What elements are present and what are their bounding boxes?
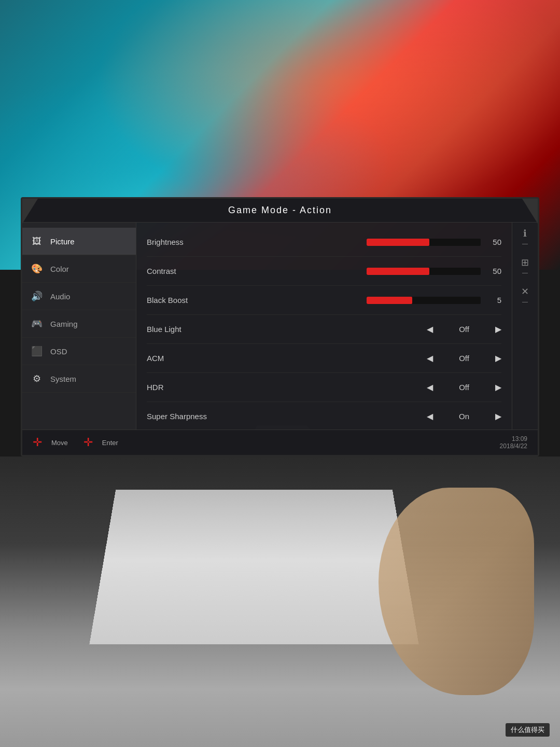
super-sharpness-right-arrow[interactable]: ▶ xyxy=(495,411,501,421)
sidebar-label-gaming: Gaming xyxy=(50,320,78,328)
info-icon-btn[interactable]: ℹ — xyxy=(522,228,528,246)
time-display: 13:09 xyxy=(500,435,527,442)
brightness-row: Brightness 50 xyxy=(147,228,501,257)
contrast-value: 50 xyxy=(486,267,501,275)
watermark-text: 什么值得买 xyxy=(511,726,544,734)
sidebar-label-osd: OSD xyxy=(50,347,67,356)
super-sharpness-toggle: ◀ On ▶ xyxy=(427,411,501,421)
blue-light-row: Blue Light ◀ Off ▶ xyxy=(147,315,501,344)
osd-titlebar: Game Mode - Action xyxy=(22,199,538,223)
black-boost-track[interactable] xyxy=(367,297,481,304)
black-boost-fill xyxy=(367,297,412,304)
hdr-row: HDR ◀ Off ▶ xyxy=(147,373,501,402)
blue-light-right-arrow[interactable]: ▶ xyxy=(495,324,501,334)
acm-right-arrow[interactable]: ▶ xyxy=(495,353,501,363)
menu-icon-btn[interactable]: ⊞ — xyxy=(521,257,529,275)
brightness-track[interactable] xyxy=(367,239,481,246)
contrast-fill xyxy=(367,268,429,275)
menu-dash: — xyxy=(522,269,528,275)
brightness-fill xyxy=(367,239,429,246)
color-icon: 🎨 xyxy=(31,262,43,275)
right-icons-panel: ℹ — ⊞ — ✕ — xyxy=(512,223,538,430)
super-sharpness-left-arrow[interactable]: ◀ xyxy=(427,411,433,421)
info-dash: — xyxy=(522,240,528,246)
black-boost-slider-container[interactable]: 5 xyxy=(219,296,501,305)
close-dash: — xyxy=(522,298,528,305)
move-control: Move xyxy=(33,436,68,449)
sidebar-item-color[interactable]: 🎨 Color xyxy=(22,255,136,283)
osd-title: Game Mode - Action xyxy=(228,205,332,215)
acm-value: Off xyxy=(449,354,480,363)
acm-left-arrow[interactable]: ◀ xyxy=(427,353,433,363)
super-sharpness-value: On xyxy=(449,412,480,421)
close-icon-btn[interactable]: ✕ — xyxy=(521,286,529,305)
hdr-control: ◀ Off ▶ xyxy=(219,382,501,392)
black-boost-value: 5 xyxy=(486,296,501,305)
sidebar-label-system: System xyxy=(50,375,76,383)
super-sharpness-row: Super Sharpness ◀ On ▶ xyxy=(147,402,501,430)
sidebar-label-color: Color xyxy=(50,265,69,273)
close-symbol: ✕ xyxy=(521,286,529,297)
sidebar-item-gaming[interactable]: 🎮 Gaming xyxy=(22,310,136,338)
hdr-label: HDR xyxy=(147,383,219,392)
datetime-display: 13:09 2018/4/22 xyxy=(500,435,527,450)
sidebar-label-audio: Audio xyxy=(50,292,70,301)
acm-row: ACM ◀ Off ▶ xyxy=(147,344,501,373)
brightness-slider-container[interactable]: 50 xyxy=(219,238,501,246)
contrast-control: 50 xyxy=(219,267,501,275)
contrast-row: Contrast 50 xyxy=(147,257,501,286)
sidebar-label-picture: Picture xyxy=(50,237,75,246)
hdr-value: Off xyxy=(449,383,480,392)
enter-control: Enter xyxy=(83,436,118,449)
menu-symbol: ⊞ xyxy=(521,257,529,268)
sidebar-item-audio[interactable]: 🔊 Audio xyxy=(22,283,136,310)
sidebar-item-osd[interactable]: ⬛ OSD xyxy=(22,338,136,365)
blue-light-toggle: ◀ Off ▶ xyxy=(427,324,501,334)
audio-icon: 🔊 xyxy=(31,290,43,302)
blue-light-left-arrow[interactable]: ◀ xyxy=(427,324,433,334)
brightness-control: 50 xyxy=(219,238,501,246)
hdr-right-arrow[interactable]: ▶ xyxy=(495,382,501,392)
black-boost-label: Black Boost xyxy=(147,296,219,305)
footer-controls: Move Enter xyxy=(33,436,118,449)
hdr-left-arrow[interactable]: ◀ xyxy=(427,382,433,392)
system-icon: ⚙ xyxy=(31,372,43,385)
hdr-toggle: ◀ Off ▶ xyxy=(427,382,501,392)
sidebar-item-system[interactable]: ⚙ System xyxy=(22,365,136,393)
date-display: 2018/4/22 xyxy=(500,442,527,450)
info-symbol: ℹ xyxy=(523,228,527,239)
blue-light-label: Blue Light xyxy=(147,325,219,334)
dpad-move-icon xyxy=(33,436,46,449)
osd-settings-content: Brightness 50 Contrast xyxy=(136,223,512,430)
super-sharpness-label: Super Sharpness xyxy=(147,412,219,421)
acm-toggle: ◀ Off ▶ xyxy=(427,353,501,363)
black-boost-row: Black Boost 5 xyxy=(147,286,501,315)
blue-light-control: ◀ Off ▶ xyxy=(219,324,501,334)
watermark: 什么值得买 xyxy=(506,723,550,737)
gaming-icon: 🎮 xyxy=(31,317,43,330)
blue-light-value: Off xyxy=(449,325,480,334)
contrast-track[interactable] xyxy=(367,268,481,275)
monitor-osd: Game Mode - Action 🖼 Picture 🎨 Color 🔊 A… xyxy=(21,197,539,457)
black-boost-control: 5 xyxy=(219,296,501,305)
picture-icon: 🖼 xyxy=(31,235,43,247)
sidebar-item-picture[interactable]: 🖼 Picture xyxy=(22,228,136,255)
enter-label: Enter xyxy=(102,439,118,447)
acm-label: ACM xyxy=(147,354,219,363)
brightness-label: Brightness xyxy=(147,238,219,246)
contrast-slider-container[interactable]: 50 xyxy=(219,267,501,275)
osd-body: 🖼 Picture 🎨 Color 🔊 Audio 🎮 Gaming ⬛ OSD xyxy=(22,223,538,430)
osd-footer: Move Enter 13:09 2018/4/22 xyxy=(22,430,538,455)
osd-sidebar: 🖼 Picture 🎨 Color 🔊 Audio 🎮 Gaming ⬛ OSD xyxy=(22,223,136,430)
acm-control: ◀ Off ▶ xyxy=(219,353,501,363)
super-sharpness-control: ◀ On ▶ xyxy=(219,411,501,421)
osd-icon: ⬛ xyxy=(31,345,43,357)
move-label: Move xyxy=(51,439,68,447)
brightness-value: 50 xyxy=(486,238,501,246)
dpad-enter-icon xyxy=(83,436,97,449)
contrast-label: Contrast xyxy=(147,267,219,275)
